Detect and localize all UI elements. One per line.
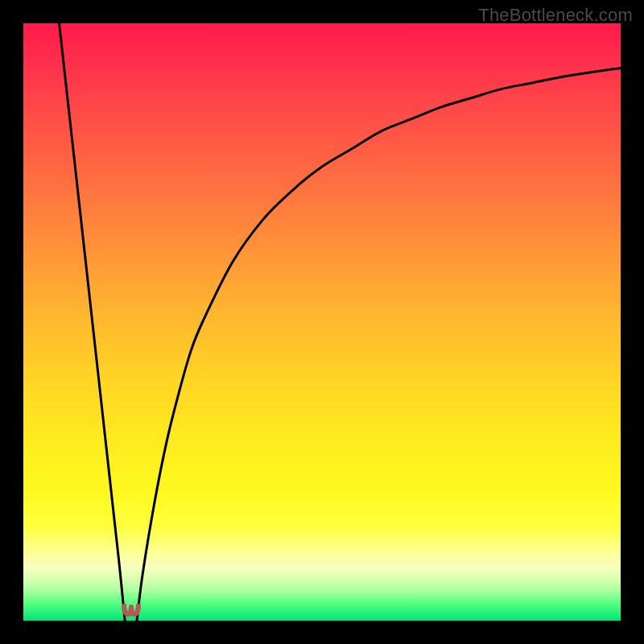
curve-left-branch [60,23,126,621]
minimum-marker-icon [122,604,141,618]
curve-layer [23,23,621,621]
curve-right-branch [137,68,621,621]
plot-area [23,23,621,621]
watermark-text: TheBottleneck.com [478,5,633,26]
chart-frame: TheBottleneck.com [0,0,644,644]
